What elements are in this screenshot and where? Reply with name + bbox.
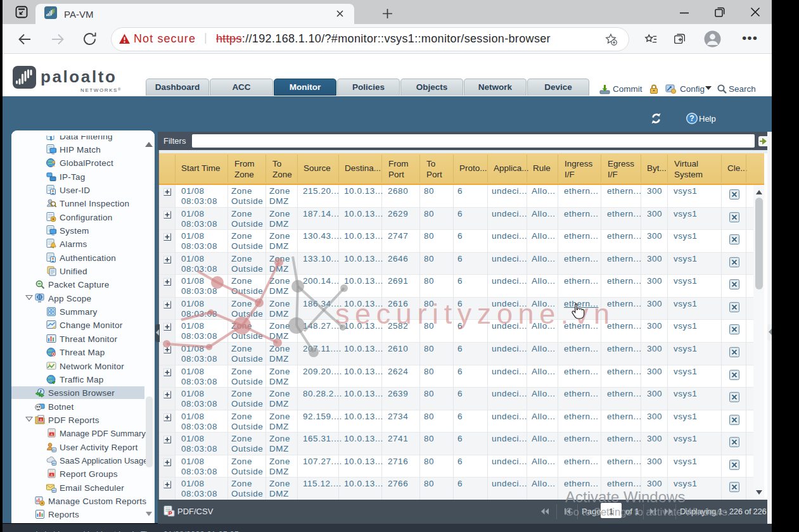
svg-text:A: A <box>51 473 53 477</box>
svg-text:A: A <box>40 417 42 421</box>
svg-text:A: A <box>51 433 53 436</box>
svg-text:?: ? <box>689 114 694 123</box>
